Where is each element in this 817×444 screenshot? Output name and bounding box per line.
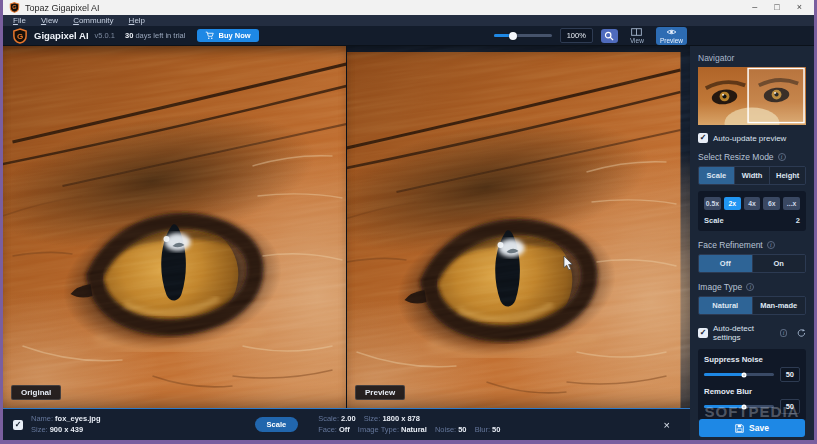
auto-update-row[interactable]: ✓ Auto-update preview [698, 133, 806, 143]
output-type: Natural [401, 425, 427, 434]
maximize-button[interactable]: □ [774, 3, 779, 12]
preset-6x-button[interactable]: 6x [763, 197, 780, 210]
navigator-view-rect[interactable] [748, 68, 804, 122]
original-badge: Original [11, 385, 61, 400]
view-mode-button[interactable]: View [626, 27, 648, 45]
titlebar: Topaz Gigapixel AI – □ × [3, 0, 814, 15]
auto-update-checkbox[interactable]: ✓ [698, 133, 708, 143]
close-file-icon[interactable]: × [664, 419, 670, 431]
menu-item-file[interactable]: File [13, 16, 26, 25]
app-name: Gigapixel AI [34, 30, 89, 41]
suppress-noise-value[interactable]: 50 [780, 367, 800, 382]
statusbar: ✓ Name:fox_eyes.jpg Size:900 x 439 Scale… [3, 408, 690, 440]
softpedia-watermark: SOFTPEDIA [690, 403, 814, 420]
zoom-level[interactable]: 100% [560, 28, 593, 43]
suppress-noise-slider[interactable] [704, 373, 774, 376]
tab-width[interactable]: Width [735, 167, 771, 184]
app-logo-icon [9, 2, 20, 13]
cart-icon [205, 31, 214, 40]
preview-mode-button[interactable]: Preview [656, 27, 687, 45]
mouse-cursor-icon [563, 256, 573, 271]
trial-status: 30 days left in trial [125, 31, 185, 40]
minimize-button[interactable]: – [752, 3, 757, 12]
tab-scale[interactable]: Scale [699, 167, 735, 184]
toolbar: Gigapixel AI v5.0.1 30 days left in tria… [3, 26, 814, 46]
floppy-save-icon [735, 424, 744, 433]
preset-0-5x-button[interactable]: 0.5x [704, 197, 721, 210]
navigator-image [698, 67, 806, 125]
close-button[interactable]: × [797, 3, 802, 12]
type-manmade-option[interactable]: Man-made [752, 297, 806, 314]
navigator-thumbnail[interactable] [698, 67, 806, 125]
preset-2x-button[interactable]: 2x [724, 197, 741, 210]
buy-now-button[interactable]: Buy Now [197, 29, 258, 42]
desktop-frame: Topaz Gigapixel AI – □ × File View Commu… [0, 0, 817, 444]
settings-sidebar: Navigator [690, 46, 814, 440]
scale-panel: 0.5x 2x 4x 6x ...x Scale 2 [698, 191, 806, 231]
original-fox-image [3, 46, 346, 408]
preset-4x-button[interactable]: 4x [744, 197, 761, 210]
output-settings-info: Scale:2.00 Size:1800 x 878 Face:Off Imag… [318, 414, 506, 435]
remove-blur-label: Remove Blur [704, 387, 800, 396]
resize-mode-title: Select Resize Modei [698, 152, 806, 162]
face-on-option[interactable]: On [752, 255, 806, 272]
split-view-icon [631, 28, 642, 36]
zoom-fit-button[interactable] [601, 29, 618, 43]
output-face: Off [339, 425, 350, 434]
scale-label: Scale [704, 216, 724, 225]
info-icon[interactable]: i [780, 329, 787, 337]
suppress-noise-thumb[interactable] [742, 372, 747, 377]
menubar: File View Community Help [3, 15, 814, 26]
image-type-title: Image Typei [698, 282, 806, 292]
tab-height[interactable]: Height [770, 167, 805, 184]
preview-fox-image [347, 46, 690, 408]
input-file-info: Name:fox_eyes.jpg Size:900 x 439 [31, 414, 107, 435]
info-icon[interactable]: i [746, 283, 754, 291]
face-refinement-toggle: Off On [698, 254, 806, 273]
preset-custom-button[interactable]: ...x [783, 197, 800, 210]
original-image-pane[interactable]: Original [3, 46, 346, 408]
menu-item-view[interactable]: View [41, 16, 58, 25]
output-size: 1800 x 878 [382, 414, 420, 423]
zoom-slider[interactable] [494, 34, 552, 37]
auto-detect-label: Auto-detect settings [713, 324, 775, 342]
refresh-icon[interactable] [797, 328, 806, 338]
info-icon[interactable]: i [767, 241, 775, 249]
preview-image-pane[interactable]: Preview [346, 46, 690, 408]
preview-badge: Preview [355, 385, 405, 400]
eye-icon [666, 28, 677, 36]
output-scale: 2.00 [341, 414, 356, 423]
file-checkbox[interactable]: ✓ [13, 420, 23, 430]
output-blur: 50 [492, 425, 500, 434]
auto-update-label: Auto-update preview [713, 134, 786, 143]
type-natural-option[interactable]: Natural [699, 297, 752, 314]
image-type-toggle: Natural Man-made [698, 296, 806, 315]
face-refinement-title: Face Refinementi [698, 240, 806, 250]
app-window: Topaz Gigapixel AI – □ × File View Commu… [3, 0, 814, 440]
zoom-slider-thumb[interactable] [509, 32, 517, 40]
auto-detect-checkbox[interactable]: ✓ [698, 328, 708, 338]
scale-mode-pill-button[interactable]: Scale [255, 417, 299, 432]
navigator-title: Navigator [698, 53, 806, 63]
auto-detect-row[interactable]: ✓ Auto-detect settings i [698, 324, 806, 342]
info-icon[interactable]: i [778, 153, 786, 161]
magnifier-icon [604, 31, 614, 41]
file-name: fox_eyes.jpg [55, 414, 100, 423]
app-logo-icon [12, 28, 28, 44]
face-off-option[interactable]: Off [699, 255, 752, 272]
app-version: v5.0.1 [95, 31, 115, 40]
window-title: Topaz Gigapixel AI [25, 3, 100, 13]
menu-item-community[interactable]: Community [73, 16, 113, 25]
output-noise: 50 [458, 425, 466, 434]
menu-item-help[interactable]: Help [129, 16, 145, 25]
save-area: SOFTPEDIA Save [690, 400, 814, 440]
file-size: 900 x 439 [50, 425, 83, 434]
scale-value[interactable]: 2 [796, 216, 800, 225]
suppress-noise-label: Suppress Noise [704, 355, 800, 364]
save-button[interactable]: Save [699, 419, 805, 437]
resize-mode-tabs: Scale Width Height [698, 166, 806, 185]
